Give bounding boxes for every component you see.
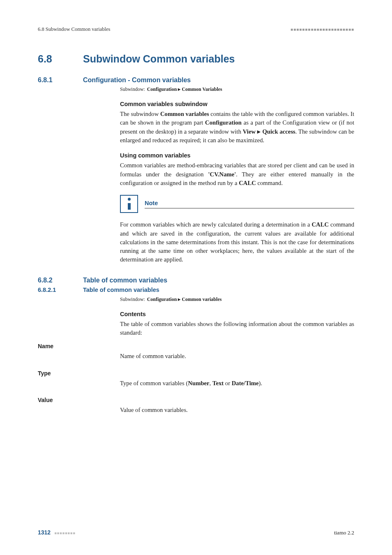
note-block: Note For common variables which are newl… <box>120 195 354 264</box>
section-number: 6.8.1 <box>38 76 83 84</box>
definition-label: Type <box>38 370 120 388</box>
note-header: Note <box>120 195 354 213</box>
section-title: Table of common variables <box>83 277 167 284</box>
header-dots: ■■■■■■■■■■■■■■■■■■■■■■ <box>291 27 354 32</box>
text-bold: View <box>243 128 256 135</box>
definition-label: Name <box>38 343 120 361</box>
text: For common variables which are newly cal… <box>120 221 311 228</box>
note-body: For common variables which are newly cal… <box>120 220 354 264</box>
text: command. <box>256 180 283 186</box>
subwindow-path: Subwindow: Configuration ▸ Common variab… <box>120 296 354 303</box>
footer-left: 1312 ■■■■■■■■ <box>38 529 76 536</box>
text: Type of common variables ( <box>120 380 188 386</box>
section-heading-6-8-1: 6.8.1 Configuration - Common variables <box>38 76 354 84</box>
definition-label: Value <box>38 397 120 414</box>
text-bold: Text <box>212 380 224 386</box>
subwindow-arrow-icon: ▸ <box>178 296 180 302</box>
text-bold: Date/Time <box>232 380 259 386</box>
subwindow-seg: Common Variables <box>182 86 222 92</box>
text: or <box>224 380 232 386</box>
definition-value: Value Value of common variables. <box>38 397 354 414</box>
subheading-contents: Contents <box>120 311 354 317</box>
section-title: Subwindow Common variables <box>83 53 235 65</box>
text-bold: 'CV.Name' <box>208 171 236 178</box>
page-number: 1312 <box>38 529 51 536</box>
section-heading-6-8-2: 6.8.2 Table of common variables <box>38 277 354 284</box>
paragraph: The table of common variables shows the … <box>120 320 354 338</box>
footer-right: tiamo 2.2 <box>334 530 354 536</box>
running-header: 6.8 Subwindow Common variables ■■■■■■■■■… <box>38 26 354 32</box>
subwindow-arrow-icon: ▸ <box>178 86 180 92</box>
paragraph: The subwindow Common variables contains … <box>120 110 354 145</box>
content-column: Subwindow: Configuration ▸ Common Variab… <box>120 86 354 264</box>
section-number: 6.8.2 <box>38 277 83 284</box>
definition-type: Type Type of common variables (Number, T… <box>38 370 354 388</box>
definition-name: Name Name of common variable. <box>38 343 354 361</box>
section-title: Configuration - Common variables <box>83 76 191 84</box>
note-title-wrap: Note <box>145 199 354 208</box>
section-heading-6-8-2-1: 6.8.2.1 Table of common variables <box>38 287 354 293</box>
page-footer: 1312 ■■■■■■■■ tiamo 2.2 <box>38 529 354 536</box>
subwindow-seg: Configuration <box>147 296 177 302</box>
subheading-using-common-variables: Using common variables <box>120 152 354 159</box>
subwindow-seg: Configuration <box>147 86 177 92</box>
subwindow-seg: Common variables <box>182 296 221 302</box>
subwindow-label: Subwindow: <box>120 86 145 92</box>
text-bold: Configuration <box>205 119 242 126</box>
info-icon <box>120 195 138 213</box>
text-bold: Number <box>188 380 209 386</box>
subheading-common-variables-subwindow: Common variables subwindow <box>120 101 354 107</box>
text-bold: CALC <box>239 180 256 186</box>
definition-body: Type of common variables (Number, Text o… <box>120 370 262 388</box>
subwindow-label: Subwindow: <box>120 296 145 302</box>
section-number: 6.8.2.1 <box>38 287 83 293</box>
section-heading-6-8: 6.8 Subwindow Common variables <box>38 53 354 65</box>
text: The subwindow <box>120 111 160 117</box>
footer-dots: ■■■■■■■■ <box>54 531 76 535</box>
section-title: Table of common variables <box>83 287 159 293</box>
text-bold: CALC <box>311 221 329 228</box>
running-header-text: 6.8 Subwindow Common variables <box>38 26 110 32</box>
note-title: Note <box>145 200 158 206</box>
subwindow-path: Subwindow: Configuration ▸ Common Variab… <box>120 86 354 92</box>
definition-body: Name of common variable. <box>120 343 186 361</box>
content-column: Subwindow: Configuration ▸ Common variab… <box>120 296 354 338</box>
definition-body: Value of common variables. <box>120 397 188 414</box>
text: ). <box>259 380 263 386</box>
section-number: 6.8 <box>38 53 83 65</box>
text-bold: Common variables <box>160 111 209 117</box>
text-bold: Quick access <box>262 128 295 135</box>
text: , <box>210 380 212 386</box>
arrow-icon: ▸ <box>256 128 262 135</box>
paragraph: Common variables are method-embracing va… <box>120 161 354 187</box>
